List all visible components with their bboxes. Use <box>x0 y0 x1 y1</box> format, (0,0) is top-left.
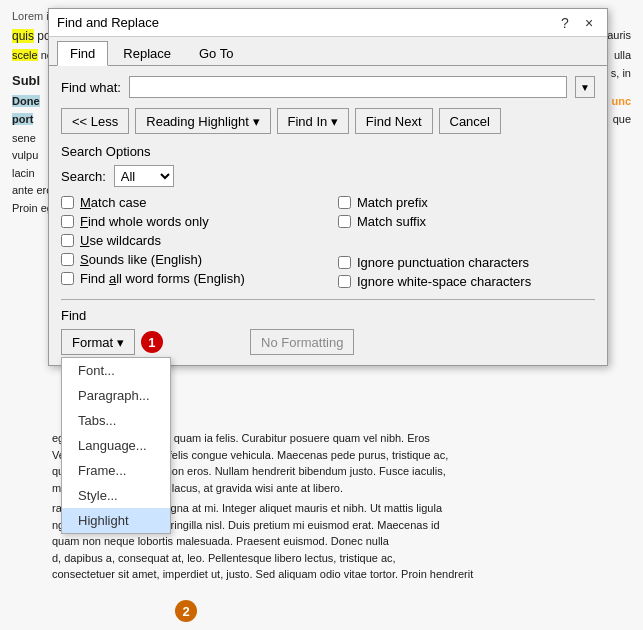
match-case-label[interactable]: Match case <box>80 195 147 210</box>
checkbox-all-word-forms: Find all word forms (English) <box>61 271 318 286</box>
find-in-label: Find In ▾ <box>288 114 338 129</box>
dialog-tabs: Find Replace Go To <box>49 37 607 66</box>
reading-highlight-button[interactable]: Reading Highlight ▾ <box>135 108 270 134</box>
wildcards-checkbox[interactable] <box>61 234 74 247</box>
checkbox-sounds-like: Sounds like (English) <box>61 252 318 267</box>
close-button[interactable]: × <box>579 13 599 33</box>
find-what-label: Find what: <box>61 80 121 95</box>
match-prefix-checkbox[interactable] <box>338 196 351 209</box>
dropdown-style[interactable]: Style... <box>62 483 170 508</box>
checkbox-wildcards: Use wildcards <box>61 233 318 248</box>
sounds-like-label[interactable]: Sounds like (English) <box>80 252 202 267</box>
badge-1: 1 <box>141 331 163 353</box>
no-formatting-button[interactable]: No Formatting <box>250 329 354 355</box>
match-prefix-label[interactable]: Match prefix <box>357 195 428 210</box>
tab-find[interactable]: Find <box>57 41 108 66</box>
find-section-label: Find <box>61 308 595 323</box>
dropdown-font[interactable]: Font... <box>62 358 170 383</box>
search-row: Search: All Down Up <box>61 165 595 187</box>
all-word-forms-label[interactable]: Find all word forms (English) <box>80 271 245 286</box>
find-in-button[interactable]: Find In ▾ <box>277 108 349 134</box>
cancel-button[interactable]: Cancel <box>439 108 501 134</box>
badge-2: 2 <box>175 600 197 622</box>
dialog-buttons-row: << Less Reading Highlight ▾ Find In ▾ Fi… <box>61 108 595 134</box>
checkbox-ignore-whitespace: Ignore white-space characters <box>338 274 595 289</box>
ignore-whitespace-checkbox[interactable] <box>338 275 351 288</box>
ignore-whitespace-label[interactable]: Ignore white-space characters <box>357 274 531 289</box>
format-button[interactable]: Format ▾ <box>61 329 135 355</box>
options-columns: Match case Find whole words only Use wil… <box>61 195 595 289</box>
find-next-button[interactable]: Find Next <box>355 108 433 134</box>
help-button[interactable]: ? <box>555 13 575 33</box>
checkbox-ignore-punct: Ignore punctuation characters <box>338 255 595 270</box>
format-button-container: Format ▾ Font... Paragraph... Tabs... La… <box>61 329 135 355</box>
wildcards-label[interactable]: Use wildcards <box>80 233 161 248</box>
find-what-row: Find what: ▼ <box>61 76 595 98</box>
options-col-left: Match case Find whole words only Use wil… <box>61 195 318 289</box>
ignore-punct-checkbox[interactable] <box>338 256 351 269</box>
dialog-titlebar: Find and Replace ? × <box>49 9 607 37</box>
find-what-dropdown[interactable]: ▼ <box>575 76 595 98</box>
search-select[interactable]: All Down Up <box>114 165 174 187</box>
match-suffix-label[interactable]: Match suffix <box>357 214 426 229</box>
dialog-title-icons: ? × <box>555 13 599 33</box>
options-col-right: Match prefix Match suffix Ignore punctua… <box>318 195 595 289</box>
dropdown-highlight[interactable]: Highlight <box>62 508 170 533</box>
search-options-label: Search Options <box>61 144 595 159</box>
dropdown-paragraph[interactable]: Paragraph... <box>62 383 170 408</box>
find-replace-dialog: Find and Replace ? × Find Replace Go To … <box>48 8 608 366</box>
format-dropdown-menu: Font... Paragraph... Tabs... Language...… <box>61 357 171 534</box>
dialog-body: Find what: ▼ << Less Reading Highlight ▾… <box>49 66 607 365</box>
match-case-checkbox[interactable] <box>61 196 74 209</box>
checkbox-whole-words: Find whole words only <box>61 214 318 229</box>
less-button[interactable]: << Less <box>61 108 129 134</box>
tab-replace[interactable]: Replace <box>110 41 184 65</box>
find-buttons-row: Format ▾ Font... Paragraph... Tabs... La… <box>61 329 595 355</box>
ignore-punct-label[interactable]: Ignore punctuation characters <box>357 255 529 270</box>
search-label: Search: <box>61 169 106 184</box>
find-what-input[interactable] <box>129 76 567 98</box>
all-word-forms-checkbox[interactable] <box>61 272 74 285</box>
checkbox-match-prefix: Match prefix <box>338 195 595 210</box>
sounds-like-checkbox[interactable] <box>61 253 74 266</box>
format-label: Format ▾ <box>72 335 124 350</box>
separator <box>61 299 595 300</box>
badge-2-container: 2 <box>175 600 197 622</box>
checkbox-match-case: Match case <box>61 195 318 210</box>
checkbox-match-suffix: Match suffix <box>338 214 595 229</box>
dialog-title: Find and Replace <box>57 15 159 30</box>
dropdown-tabs[interactable]: Tabs... <box>62 408 170 433</box>
reading-highlight-label: Reading Highlight ▾ <box>146 114 259 129</box>
whole-words-checkbox[interactable] <box>61 215 74 228</box>
whole-words-label[interactable]: Find whole words only <box>80 214 209 229</box>
match-suffix-checkbox[interactable] <box>338 215 351 228</box>
dropdown-frame[interactable]: Frame... <box>62 458 170 483</box>
tab-goto[interactable]: Go To <box>186 41 246 65</box>
dropdown-language[interactable]: Language... <box>62 433 170 458</box>
